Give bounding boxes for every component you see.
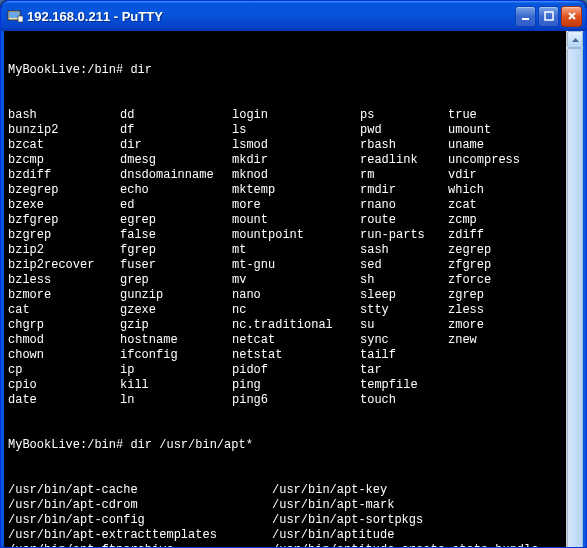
cmd-name: umount xyxy=(448,123,491,138)
cmd-name: netcat xyxy=(232,333,360,348)
list-row: bzfgrepegrepmountroutezcmp xyxy=(8,213,564,228)
scroll-thumb[interactable] xyxy=(567,48,583,548)
cmd-name: zfgrep xyxy=(448,258,491,273)
cmd-name: nano xyxy=(232,288,360,303)
cmd-name: bzexe xyxy=(8,198,120,213)
list-row: bzgrepfalsemountpointrun-partszdiff xyxy=(8,228,564,243)
cmd-name: zdiff xyxy=(448,228,484,243)
list-row: bzdiffdnsdomainnamemknodrmvdir xyxy=(8,168,564,183)
cmd-name: uname xyxy=(448,138,484,153)
cmd-name: ps xyxy=(360,108,448,123)
path-text: /usr/bin/apt-mark xyxy=(272,498,394,513)
cmd-name: zmore xyxy=(448,318,484,333)
cmd-name: zforce xyxy=(448,273,491,288)
cmd-name: tailf xyxy=(360,348,448,363)
client-area: MyBookLive:/bin# dir bashddloginpstruebu… xyxy=(1,31,586,548)
cmd-name: rmdir xyxy=(360,183,448,198)
cmd-name: sleep xyxy=(360,288,448,303)
cmd-name: bzegrep xyxy=(8,183,120,198)
list-row: catgzexencsttyzless xyxy=(8,303,564,318)
scrollbar[interactable] xyxy=(566,31,583,548)
list-row: bzlessgrepmvshzforce xyxy=(8,273,564,288)
cmd-name: bzip2 xyxy=(8,243,120,258)
titlebar[interactable]: 192.168.0.211 - PuTTY xyxy=(1,1,586,31)
list-row: bzmoregunzipnanosleepzgrep xyxy=(8,288,564,303)
cmd-name: mktemp xyxy=(232,183,360,198)
cmd-name: zegrep xyxy=(448,243,491,258)
cmd-name: chown xyxy=(8,348,120,363)
cmd-name: ifconfig xyxy=(120,348,232,363)
cmd-name: bzfgrep xyxy=(8,213,120,228)
cmd-name: bzless xyxy=(8,273,120,288)
cmd-name: bzdiff xyxy=(8,168,120,183)
scroll-up-button[interactable] xyxy=(567,31,583,48)
cmd-name: ed xyxy=(120,198,232,213)
cmd-name: tempfile xyxy=(360,378,448,393)
list-row: chgrpgzipnc.traditionalsuzmore xyxy=(8,318,564,333)
cmd-name: mkdir xyxy=(232,153,360,168)
path-text: /usr/bin/apt-key xyxy=(272,483,387,498)
cmd-name: znew xyxy=(448,333,477,348)
list-row: /usr/bin/apt-ftparchive/usr/bin/aptitude… xyxy=(8,543,564,548)
list-row: chownifconfignetstattailf xyxy=(8,348,564,363)
list-row: bzegrepechomktemprmdirwhich xyxy=(8,183,564,198)
list-row: bzcmpdmesgmkdirreadlinkuncompress xyxy=(8,153,564,168)
cmd-name: nc xyxy=(232,303,360,318)
list-row: bzip2fgrepmtsashzegrep xyxy=(8,243,564,258)
terminal[interactable]: MyBookLive:/bin# dir bashddloginpstruebu… xyxy=(4,31,566,548)
cmd-name: lsmod xyxy=(232,138,360,153)
list-row: /usr/bin/apt-cdrom/usr/bin/apt-mark xyxy=(8,498,564,513)
cmd-name: cat xyxy=(8,303,120,318)
cmd-name: rnano xyxy=(360,198,448,213)
cmd-name: rm xyxy=(360,168,448,183)
cmd-name: echo xyxy=(120,183,232,198)
cmd-name: mount xyxy=(232,213,360,228)
list-row: cpiokillpingtempfile xyxy=(8,378,564,393)
cmd-name: kill xyxy=(120,378,232,393)
cmd-name: zless xyxy=(448,303,484,318)
minimize-button[interactable] xyxy=(515,6,536,27)
cmd-name: fgrep xyxy=(120,243,232,258)
cmd-name: pwd xyxy=(360,123,448,138)
cmd-name: stty xyxy=(360,303,448,318)
cmd-name: bunzip2 xyxy=(8,123,120,138)
cmd-name: zcmp xyxy=(448,213,477,228)
cmd-name: grep xyxy=(120,273,232,288)
cmd-name: ping6 xyxy=(232,393,360,408)
cmd-name: sash xyxy=(360,243,448,258)
list-row: cpippidoftar xyxy=(8,363,564,378)
cmd-name: egrep xyxy=(120,213,232,228)
title-text: 192.168.0.211 - PuTTY xyxy=(27,9,515,24)
close-button[interactable] xyxy=(561,6,582,27)
cmd-name: mknod xyxy=(232,168,360,183)
list-row: /usr/bin/apt-config/usr/bin/apt-sortpkgs xyxy=(8,513,564,528)
list-row: /usr/bin/apt-extracttemplates/usr/bin/ap… xyxy=(8,528,564,543)
cmd-name: chmod xyxy=(8,333,120,348)
cmd-name: mountpoint xyxy=(232,228,360,243)
cmd-name: uncompress xyxy=(448,153,520,168)
list-row: chmodhostnamenetcatsyncznew xyxy=(8,333,564,348)
cmd-name: route xyxy=(360,213,448,228)
svg-rect-3 xyxy=(522,18,529,20)
path-text: /usr/bin/apt-ftparchive xyxy=(8,543,272,548)
cmd-name: readlink xyxy=(360,153,448,168)
cmd-name: sh xyxy=(360,273,448,288)
app-window: 192.168.0.211 - PuTTY MyBookLive:/bin# d… xyxy=(0,0,587,548)
maximize-button[interactable] xyxy=(538,6,559,27)
cmd-name: date xyxy=(8,393,120,408)
cmd-name: run-parts xyxy=(360,228,448,243)
path-text: /usr/bin/apt-cache xyxy=(8,483,272,498)
app-icon xyxy=(7,8,23,24)
cmd-name: login xyxy=(232,108,360,123)
command-text: dir xyxy=(130,63,152,78)
cmd-name: ping xyxy=(232,378,360,393)
cmd-name: su xyxy=(360,318,448,333)
cmd-name: nc.traditional xyxy=(232,318,360,333)
svg-rect-4 xyxy=(545,12,553,20)
cmd-name: zcat xyxy=(448,198,477,213)
cmd-name: ln xyxy=(120,393,232,408)
list-row: bzcatdirlsmodrbashuname xyxy=(8,138,564,153)
cmd-name: bzgrep xyxy=(8,228,120,243)
list-row: bunzip2dflspwdumount xyxy=(8,123,564,138)
window-buttons xyxy=(515,6,582,27)
